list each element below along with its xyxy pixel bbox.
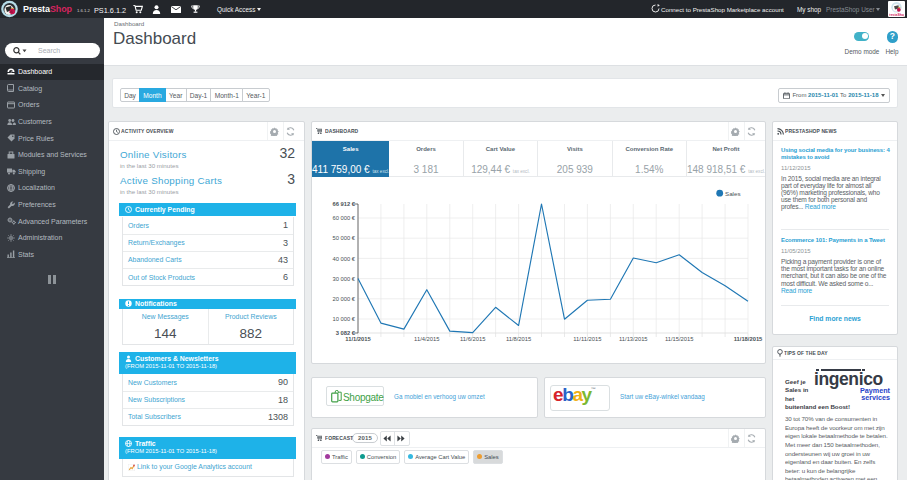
svg-text:PrestaShop: PrestaShop: [889, 13, 904, 17]
svg-text:11/11/2015: 11/11/2015: [573, 336, 601, 342]
svg-text:11/18/2015: 11/18/2015: [734, 336, 763, 342]
svg-text:60 000 €: 60 000 €: [332, 215, 355, 221]
svg-text:10 000 €: 10 000 €: [332, 316, 355, 322]
svg-text:11/15/2015: 11/15/2015: [665, 336, 694, 342]
svg-text:Sales: Sales: [725, 190, 740, 197]
svg-text:11/6/2015: 11/6/2015: [460, 336, 485, 342]
svg-text:11/13/2015: 11/13/2015: [619, 336, 648, 342]
svg-text:11/8/2015: 11/8/2015: [506, 336, 531, 342]
svg-text:40 000 €: 40 000 €: [332, 256, 355, 262]
svg-text:20 000 €: 20 000 €: [332, 296, 355, 302]
svg-text:11/4/2015: 11/4/2015: [414, 336, 439, 342]
svg-text:50 000 €: 50 000 €: [332, 235, 355, 241]
svg-text:30 000 €: 30 000 €: [332, 276, 355, 282]
svg-text:66 912 €: 66 912 €: [332, 201, 355, 207]
svg-text:11/1/2015: 11/1/2015: [345, 336, 371, 342]
